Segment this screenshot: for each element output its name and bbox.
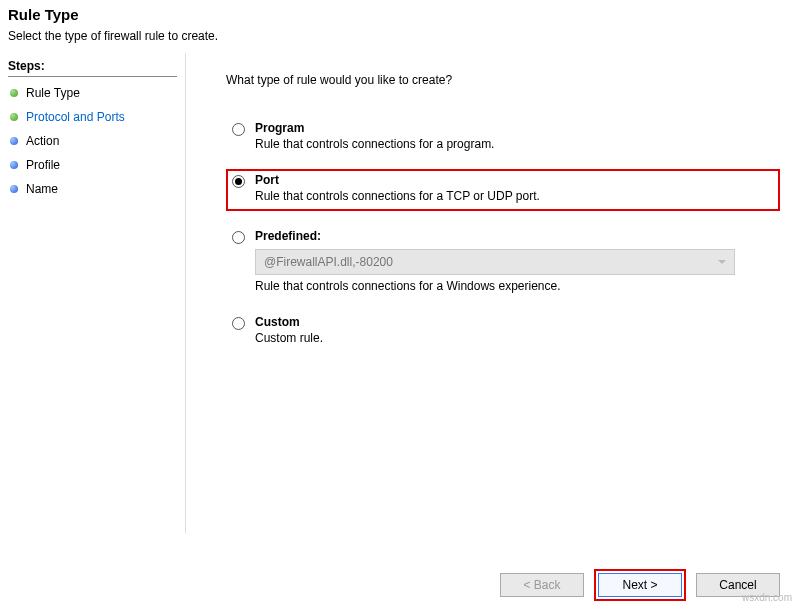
option-custom-desc: Custom rule. (255, 331, 776, 345)
step-profile[interactable]: Profile (8, 153, 177, 177)
step-label: Protocol and Ports (26, 110, 125, 124)
step-protocol-and-ports[interactable]: Protocol and Ports (8, 105, 177, 129)
radio-predefined[interactable] (232, 231, 245, 244)
step-label: Name (26, 182, 58, 196)
step-bullet-icon (10, 89, 18, 97)
step-action[interactable]: Action (8, 129, 177, 153)
page-title: Rule Type (8, 6, 792, 23)
steps-sidebar: Steps: Rule Type Protocol and Ports Acti… (0, 53, 185, 533)
option-port[interactable]: Port Rule that controls connections for … (226, 169, 780, 211)
predefined-dropdown[interactable]: @FirewallAPI.dll,-80200 (255, 249, 735, 275)
option-port-desc: Rule that controls connections for a TCP… (255, 189, 774, 203)
steps-heading: Steps: (8, 59, 177, 77)
step-label: Action (26, 134, 59, 148)
back-button: < Back (500, 573, 584, 597)
option-custom[interactable]: Custom Custom rule. (226, 311, 780, 349)
wizard-header: Rule Type Select the type of firewall ru… (0, 0, 800, 53)
option-custom-title: Custom (255, 315, 776, 329)
step-label: Profile (26, 158, 60, 172)
step-bullet-icon (10, 113, 18, 121)
option-predefined-desc: Rule that controls connections for a Win… (255, 279, 776, 293)
option-predefined[interactable]: Predefined: @FirewallAPI.dll,-80200 Rule… (226, 225, 780, 297)
step-bullet-icon (10, 161, 18, 169)
option-program-title: Program (255, 121, 776, 135)
option-program[interactable]: Program Rule that controls connections f… (226, 117, 780, 155)
next-button-highlight: Next > (594, 569, 686, 601)
radio-port[interactable] (232, 175, 245, 188)
radio-custom[interactable] (232, 317, 245, 330)
step-bullet-icon (10, 185, 18, 193)
option-program-desc: Rule that controls connections for a pro… (255, 137, 776, 151)
next-button[interactable]: Next > (598, 573, 682, 597)
option-predefined-title: Predefined: (255, 229, 776, 243)
step-name[interactable]: Name (8, 177, 177, 201)
watermark: wsxdn.com (742, 592, 792, 603)
step-rule-type[interactable]: Rule Type (8, 81, 177, 105)
step-bullet-icon (10, 137, 18, 145)
page-subtitle: Select the type of firewall rule to crea… (8, 29, 792, 43)
prompt-text: What type of rule would you like to crea… (226, 73, 780, 87)
option-port-title: Port (255, 173, 774, 187)
radio-program[interactable] (232, 123, 245, 136)
wizard-footer: < Back Next > Cancel (500, 569, 780, 601)
main-panel: What type of rule would you like to crea… (185, 53, 800, 533)
step-label: Rule Type (26, 86, 80, 100)
